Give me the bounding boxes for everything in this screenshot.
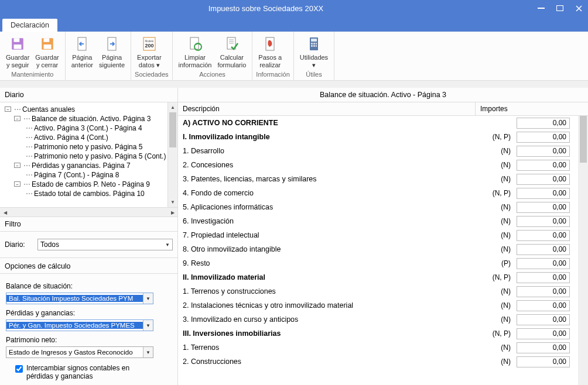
window-titlebar: Impuesto sobre Sociedades 20XX (0, 0, 588, 16)
importe-input[interactable] (517, 118, 570, 129)
tree-item[interactable]: Activo. Página 3 (Cont.) - Página 4 (34, 124, 142, 132)
floppy-orange-icon (38, 35, 57, 53)
swap-signs-checkbox[interactable]: Intercambiar signos contables en pérdida… (15, 364, 172, 380)
tree-item-balance[interactable]: Balance de situación. Activo. Página 3 (32, 115, 151, 123)
row-tag: (N) (476, 343, 517, 352)
svg-rect-17 (311, 39, 317, 42)
tree-item[interactable]: Activo. Página 4 (Cont.) (34, 133, 108, 142)
importe-input[interactable] (517, 160, 570, 171)
row-description: 4. Fondo de comercio (183, 189, 476, 197)
balance-select[interactable]: Bal. Situación Impuesto Sociedades PYM ▼ (6, 293, 153, 304)
pn-select[interactable]: Estado de Ingresos y Gastos Reconocido ▼ (6, 346, 153, 358)
row-description: 1. Desarrollo (183, 147, 476, 155)
tab-declaracion[interactable]: Declaración (2, 19, 57, 32)
ribbon-group-utiles: Utilidades▾ Útiles (294, 32, 334, 80)
tree-toggle-icon[interactable]: − (5, 106, 11, 112)
importe-input[interactable] (517, 244, 570, 255)
importe-input[interactable] (517, 300, 570, 311)
grid-row: 7. Propiedad intelectual(N) (178, 228, 588, 242)
importe-input[interactable] (517, 328, 570, 339)
grid-row: I. Inmovilizado intangible(N, P) (178, 130, 588, 144)
steps-button[interactable]: Pasos arealizar (256, 34, 284, 70)
close-icon (576, 5, 582, 12)
importe-input[interactable] (517, 272, 570, 283)
row-description: 1. Terrenos y construcciones (183, 287, 476, 295)
svg-rect-22 (313, 45, 315, 47)
ribbon-group-acciones: Limpiarinformación Calcularformulario Ac… (173, 32, 253, 80)
importe-input[interactable] (517, 230, 570, 241)
importe-input[interactable] (517, 258, 570, 269)
row-tag: (N) (476, 147, 517, 155)
save-close-button[interactable]: Guardary cerrar (33, 34, 61, 70)
pyg-select[interactable]: Pér. y Gan. Impuesto Sociedades PYMES ▼ (6, 319, 153, 331)
row-description: 6. Investigación (183, 217, 476, 225)
ribbon-group-sociedades: Modelo200 Exportardatos ▾ Sociedades (131, 32, 173, 80)
grid-row: 1. Desarrollo(N) (178, 144, 588, 158)
row-description: 8. Otro inmovilizado intangible (183, 245, 476, 253)
scroll-thumb[interactable] (169, 112, 176, 147)
row-tag: (N, P) (476, 273, 517, 281)
tree-item[interactable]: Estado total de cambios. Página 10 (34, 190, 145, 198)
minimize-button[interactable] (532, 0, 551, 16)
importe-input[interactable] (517, 188, 570, 199)
col-header-importes: Importes (476, 102, 578, 115)
ribbon-group-title: Información (256, 70, 289, 80)
importe-input[interactable] (517, 342, 570, 353)
maximize-button[interactable] (551, 0, 569, 16)
row-description: II. Inmovilizado material (183, 273, 476, 281)
ribbon-group-mantenimiento: Guardary seguir Guardary cerrar Mantenim… (0, 32, 66, 80)
swap-signs-input[interactable] (15, 365, 23, 373)
tree-item-pyg[interactable]: Pérdidas y ganancias. Página 7 (32, 161, 131, 170)
svg-rect-20 (316, 43, 317, 44)
scroll-up-icon[interactable]: ▲ (168, 102, 177, 112)
tree-toggle-icon[interactable]: − (14, 181, 20, 187)
close-button[interactable] (569, 0, 588, 16)
grid-row: A) ACTIVO NO CORRIENTE (178, 116, 588, 130)
grid-row: 1. Terrenos(N) (178, 341, 588, 355)
row-tag: (N) (476, 175, 517, 183)
tree-toggle-icon[interactable]: − (14, 163, 20, 168)
tree-scrollbar[interactable]: ▲ ▼ (167, 102, 177, 207)
tree-item-cuentas[interactable]: Cuentas anuales (22, 105, 75, 114)
clear-info-button[interactable]: Limpiarinformación (176, 34, 214, 70)
ribbon-group-nav: Páginaanterior Páginasiguiente (66, 32, 131, 80)
importe-input[interactable] (517, 216, 570, 227)
chevron-down-icon: ▼ (165, 242, 170, 248)
row-tag: (N) (476, 231, 517, 239)
importe-input[interactable] (517, 146, 570, 157)
importe-input[interactable] (517, 286, 570, 297)
tree-view[interactable]: −⋯Cuentas anuales −⋯Balance de situación… (0, 102, 177, 207)
importe-input[interactable] (517, 314, 570, 325)
importe-input[interactable] (517, 132, 570, 143)
importe-input[interactable] (517, 202, 570, 213)
tree-item[interactable]: Patrimonio neto y pasivo. Página 5 (Cont… (34, 152, 166, 160)
row-tag: (N) (476, 287, 517, 295)
scroll-thumb[interactable] (580, 116, 587, 163)
scroll-down-icon[interactable]: ▼ (168, 197, 177, 207)
page-prev-icon (73, 35, 91, 53)
maximize-icon (556, 5, 563, 11)
row-description: 7. Propiedad intelectual (183, 231, 476, 239)
row-description: 3. Inmovilizado en curso y anticipos (183, 315, 476, 324)
calculator-icon (305, 35, 323, 53)
tree-item-ecpn[interactable]: Estado de cambios P. Neto - Página 9 (32, 180, 150, 188)
row-tag: (N, P) (476, 189, 517, 197)
utilities-button[interactable]: Utilidades▾ (298, 34, 330, 70)
save-continue-button[interactable]: Guardary seguir (4, 34, 32, 70)
next-page-button[interactable]: Páginasiguiente (97, 34, 127, 70)
row-tag: (N) (476, 245, 517, 253)
grid-row: 2. Instalaciones técnicas y otro inmovil… (178, 298, 588, 312)
tree-item[interactable]: Patrimonio neto y pasivo. Página 5 (34, 143, 142, 151)
ribbon: Guardary seguir Guardary cerrar Mantenim… (0, 32, 588, 81)
importe-input[interactable] (517, 356, 570, 367)
calculate-form-button[interactable]: Calcularformulario (215, 34, 248, 70)
tree-toggle-icon[interactable]: − (14, 116, 20, 121)
prev-page-button[interactable]: Páginaanterior (69, 34, 95, 70)
svg-rect-18 (311, 43, 313, 44)
export-data-button[interactable]: Modelo200 Exportardatos ▾ (135, 34, 164, 70)
grid-row: 4. Fondo de comercio(N, P) (178, 186, 588, 200)
importe-input[interactable] (517, 174, 570, 185)
grid-scrollbar[interactable] (578, 116, 588, 385)
tree-item[interactable]: Página 7 (Cont.) - Página 8 (34, 171, 119, 179)
filter-diario-select[interactable]: Todos ▼ (37, 239, 173, 250)
